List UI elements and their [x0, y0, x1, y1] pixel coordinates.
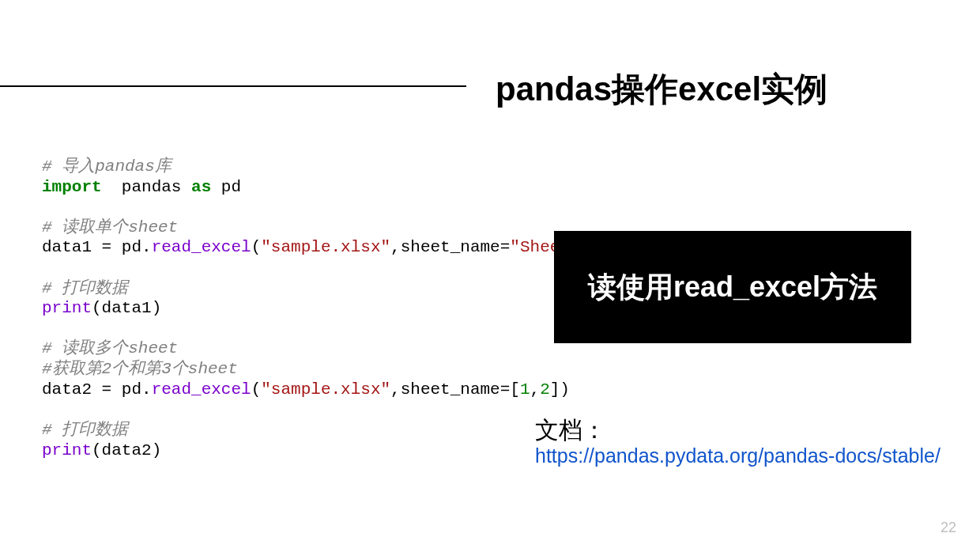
- highlight-box: 读使用read_excel方法: [554, 231, 911, 343]
- documentation-label: 文档：: [535, 414, 606, 447]
- code-comment: # 打印数据: [42, 279, 128, 297]
- code-text: (data1): [92, 299, 161, 317]
- code-text: (: [251, 380, 262, 399]
- code-block: # 导入pandas库 import pandas as pd # 读取单个sh…: [42, 157, 600, 460]
- code-text: ]): [550, 380, 570, 399]
- code-string: "sample.xlsx": [261, 238, 390, 256]
- page-number: 22: [940, 520, 956, 536]
- code-function: print: [42, 299, 92, 317]
- code-comment: # 导入pandas库: [42, 157, 172, 176]
- code-comment: #获取第2个和第3个sheet: [42, 360, 238, 378]
- code-comment: # 打印数据: [42, 421, 128, 439]
- code-keyword: import: [42, 178, 102, 196]
- code-text: ,sheet_name=[: [390, 380, 520, 399]
- code-comment: # 读取多个sheet: [42, 339, 178, 357]
- code-text: pd: [211, 178, 241, 196]
- code-text: (data2): [92, 441, 161, 459]
- code-keyword: as: [191, 178, 211, 196]
- slide-title: pandas操作excel实例: [496, 67, 827, 112]
- code-text: data1 = pd.: [42, 238, 152, 256]
- code-text: (: [251, 238, 262, 256]
- documentation-link[interactable]: https://pandas.pydata.org/pandas-docs/st…: [535, 444, 940, 467]
- code-text: pandas: [102, 178, 191, 196]
- header-divider-line: [0, 85, 466, 87]
- code-comment: # 读取单个sheet: [42, 218, 178, 236]
- code-text: ,sheet_name=: [390, 238, 510, 256]
- code-text: ,: [530, 380, 541, 399]
- code-function: print: [42, 441, 92, 459]
- code-string: "sample.xlsx": [261, 380, 390, 399]
- code-number: 2: [540, 380, 550, 399]
- code-function: read_excel: [152, 380, 251, 399]
- code-function: read_excel: [152, 238, 251, 256]
- code-text: data2 = pd.: [42, 380, 152, 399]
- code-number: 1: [520, 380, 530, 399]
- highlight-box-text: 读使用read_excel方法: [588, 268, 877, 307]
